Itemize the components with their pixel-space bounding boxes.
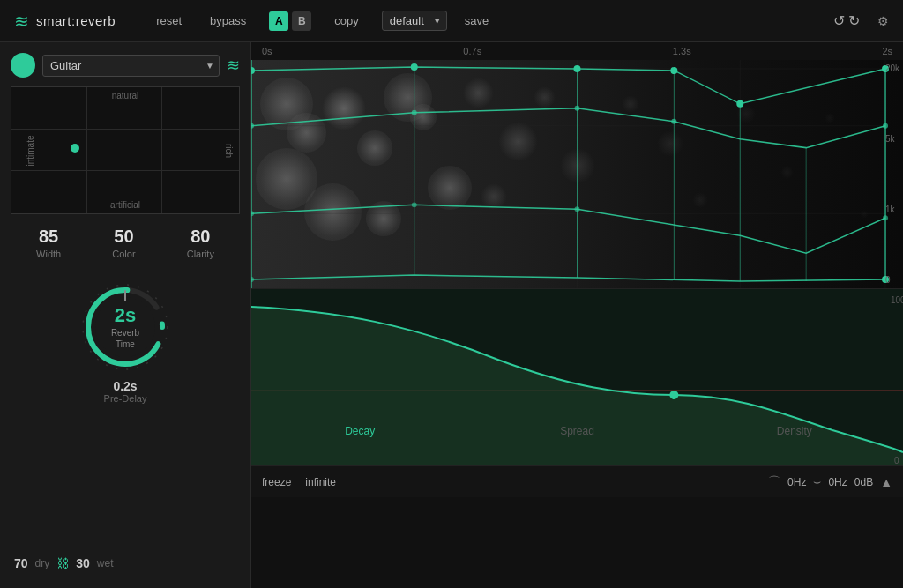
svg-point-22 [574, 65, 581, 72]
timeline-t2: 1.3s [673, 46, 691, 56]
reverb-knob-area: 2s Reverb Time 0.2s Pre-Delay [11, 272, 240, 411]
character-box[interactable]: natural artificial intimate rich [11, 86, 240, 214]
freq-labels: 20k 5k 1k 0 [885, 60, 899, 288]
pre-delay-area: 0.2s Pre-Delay [104, 379, 147, 404]
char-grid-h2 [11, 170, 239, 171]
svg-point-27 [412, 110, 417, 115]
clarity-item: 80 Clarity [187, 227, 214, 259]
freeze-button[interactable]: freeze [262, 476, 291, 488]
up-arrow-icon[interactable]: ▲ [880, 475, 892, 489]
logo-text: smart:reverb [36, 13, 116, 28]
redo-button[interactable]: ↻ [848, 12, 860, 29]
pre-delay-label: Pre-Delay [104, 393, 147, 404]
viz-area[interactable]: 20k 5k 1k 0 [251, 60, 903, 289]
waveform-icon: ≋ [227, 56, 240, 75]
highpass-value: 0Hz [787, 476, 806, 488]
svg-point-31 [251, 211, 254, 216]
timeline-t0: 0s [262, 46, 272, 56]
char-top-label: natural [112, 91, 139, 100]
preset-wrapper: default ▼ [382, 11, 447, 31]
svg-point-28 [575, 106, 580, 111]
main-layout: Guitar ▼ ≋ natural artificial intimate r… [0, 42, 903, 588]
link-icon[interactable]: ⛓ [56, 556, 69, 570]
width-label: Width [36, 249, 61, 259]
svg-point-21 [411, 63, 418, 71]
dry-value: 70 [14, 556, 28, 570]
wet-value: 30 [76, 556, 90, 570]
freq-20k: 20k [885, 63, 899, 73]
reverb-time-display: 2s Reverb Time [101, 304, 150, 350]
char-left-label: intimate [26, 135, 35, 166]
svg-point-20 [251, 67, 255, 74]
character-dot[interactable] [71, 144, 79, 153]
char-grid-v2 [161, 87, 162, 213]
freq-5k: 5k [885, 134, 899, 144]
reverb-time-label: Reverb Time [101, 327, 150, 350]
envelope-labels: Decay Spread Density [251, 425, 903, 437]
svg-point-23 [670, 67, 677, 74]
width-value: 85 [39, 227, 58, 247]
right-panel: 0s 0.7s 1.3s 2s [251, 42, 903, 588]
svg-text:0: 0 [894, 456, 899, 465]
spread-label: Spread [468, 425, 685, 437]
lowpass-icon: ⌣ [813, 474, 821, 489]
char-grid-v1 [86, 87, 87, 213]
dry-wet-row: 70 dry ⛓ 30 wet [11, 549, 240, 577]
color-item: 50 Color [112, 227, 135, 259]
highpass-icon: ⌒ [768, 474, 780, 490]
bottom-bar: freeze infinite ⌒ 0Hz ⌣ 0Hz 0dB ▲ [251, 465, 903, 497]
ab-group: A B [269, 11, 311, 31]
lowpass-value: 0Hz [828, 476, 847, 488]
eq-curve-svg [251, 60, 903, 288]
svg-point-26 [251, 123, 254, 129]
ab-b-button[interactable]: B [292, 11, 311, 31]
header-controls: reset bypass A B copy default ▼ save ↺ ↻… [151, 11, 889, 31]
header: ≋ smart:reverb reset bypass A B copy def… [0, 0, 903, 42]
envelope-svg: 100 0 [251, 289, 903, 465]
instrument-select[interactable]: Guitar [42, 55, 220, 77]
timeline-ruler: 0s 0.7s 1.3s 2s [251, 42, 903, 60]
svg-point-32 [412, 202, 417, 207]
gain-value: 0dB [854, 476, 873, 488]
color-label: Color [112, 249, 135, 259]
save-button[interactable]: save [465, 14, 489, 27]
infinite-button[interactable]: infinite [305, 476, 336, 488]
char-right-label: rich [223, 143, 233, 157]
bypass-button[interactable]: bypass [205, 12, 251, 29]
char-bottom-label: artificial [110, 200, 140, 210]
logo-area: ≋ smart:reverb [14, 11, 116, 32]
color-value: 50 [114, 227, 133, 247]
instrument-row: Guitar ▼ ≋ [11, 53, 240, 78]
undo-redo-group: ↺ ↻ [833, 12, 860, 29]
wet-label: wet [97, 557, 114, 569]
timeline-t1: 0.7s [463, 46, 481, 56]
freq-0: 0 [885, 275, 899, 285]
clarity-value: 80 [190, 227, 210, 247]
freq-1k: 1k [885, 205, 899, 214]
preset-select[interactable]: default [382, 11, 447, 31]
reverb-time-value: 2s [101, 304, 150, 327]
instrument-select-wrapper: Guitar ▼ [42, 55, 220, 77]
svg-text:100: 100 [891, 295, 903, 305]
char-grid-h1 [11, 129, 239, 130]
svg-point-24 [736, 100, 743, 108]
reset-button[interactable]: reset [151, 12, 187, 29]
undo-button[interactable]: ↺ [833, 12, 845, 29]
envelope-area[interactable]: 100 0 Decay Spread Density [251, 289, 903, 465]
svg-point-29 [671, 119, 676, 124]
reverb-knob[interactable]: 2s Reverb Time [77, 279, 174, 376]
density-label: Density [686, 425, 903, 437]
left-panel: Guitar ▼ ≋ natural artificial intimate r… [0, 42, 251, 588]
width-item: 85 Width [36, 227, 61, 259]
wcc-row: 85 Width 50 Color 80 Clarity [11, 223, 240, 263]
dry-label: dry [35, 557, 50, 569]
instrument-indicator [11, 53, 35, 78]
svg-point-35 [251, 277, 254, 282]
ab-a-button[interactable]: A [269, 11, 288, 31]
copy-button[interactable]: copy [329, 12, 363, 29]
clarity-label: Clarity [187, 249, 214, 259]
gear-button[interactable]: ⚙ [877, 14, 889, 28]
decay-label: Decay [251, 425, 468, 437]
logo-icon: ≋ [14, 11, 29, 32]
timeline-t3: 2s [882, 46, 892, 56]
